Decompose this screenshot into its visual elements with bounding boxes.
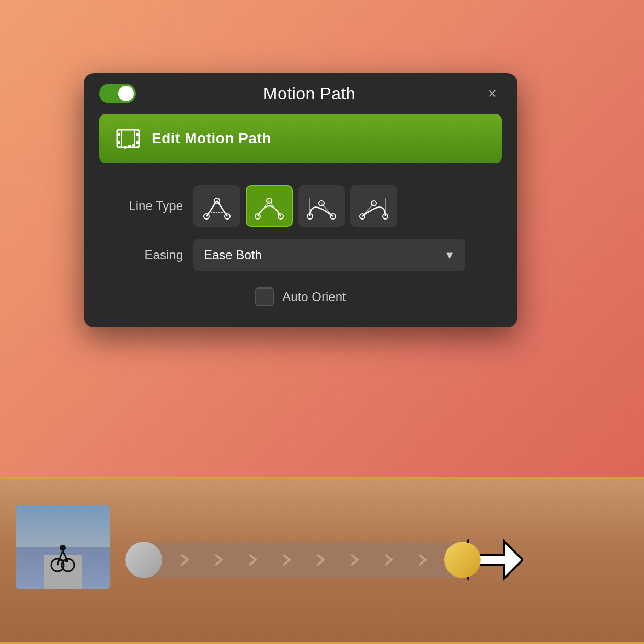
line-type-label: Line Type: [99, 199, 183, 213]
svg-line-4: [58, 560, 59, 565]
slider-progress: [162, 553, 444, 567]
easing-dropdown[interactable]: Ease Both ▼: [193, 239, 465, 271]
slider-track[interactable]: [125, 542, 481, 578]
line-type-ease-in-button[interactable]: [298, 185, 345, 227]
auto-orient-checkbox[interactable]: [255, 288, 274, 306]
chevron-icon: [381, 553, 396, 567]
timeline-strip: [0, 477, 644, 644]
svg-point-17: [124, 146, 127, 149]
film-strip-icon: [115, 125, 141, 152]
line-type-corner-button[interactable]: [193, 185, 240, 227]
line-type-ease-out-button[interactable]: [350, 185, 397, 227]
chevron-icon: [279, 553, 294, 567]
close-button[interactable]: ×: [483, 84, 502, 103]
chevron-icon: [177, 553, 192, 567]
dialog-title: Motion Path: [136, 84, 483, 104]
line-type-group: [193, 185, 397, 227]
svg-line-28: [269, 201, 281, 216]
svg-line-27: [258, 201, 269, 216]
svg-rect-11: [136, 133, 139, 136]
edit-motion-path-label: Edit Motion Path: [152, 130, 271, 147]
svg-line-3: [59, 551, 63, 560]
chevron-icon: [415, 553, 430, 567]
auto-orient-label: Auto Orient: [282, 290, 346, 304]
line-type-smooth-button[interactable]: [246, 185, 293, 227]
edit-motion-path-button[interactable]: Edit Motion Path: [99, 114, 502, 163]
dropdown-arrow-icon: ▼: [444, 249, 455, 261]
svg-rect-9: [117, 133, 120, 136]
cyclist-silhouette: [50, 542, 76, 573]
svg-point-2: [60, 545, 66, 551]
chevron-icon: [211, 553, 226, 567]
chevron-icon: [313, 553, 328, 567]
easing-row: Easing Ease Both ▼: [84, 233, 518, 277]
auto-orient-row: Auto Orient: [84, 277, 518, 306]
thumbnail-image: [16, 505, 110, 589]
line-type-smooth-icon: [254, 190, 285, 222]
slider-right-handle[interactable]: [444, 542, 481, 578]
chevron-icon: [347, 553, 362, 567]
svg-rect-10: [117, 141, 120, 144]
svg-point-15: [132, 144, 135, 147]
svg-point-16: [128, 145, 131, 148]
easing-selected-value: Ease Both: [204, 248, 262, 262]
line-type-corner-icon: [201, 190, 233, 222]
motion-path-dialog: Motion Path × Edit Motion Path Line Type: [84, 73, 518, 327]
svg-rect-12: [136, 141, 139, 144]
toggle-knob: [118, 86, 134, 101]
timeline-thumbnail: [16, 505, 110, 589]
easing-label: Easing: [99, 248, 183, 262]
dialog-header: Motion Path ×: [84, 73, 518, 114]
svg-rect-8: [117, 130, 139, 147]
line-type-row: Line Type: [84, 179, 518, 233]
chevron-icon: [245, 553, 260, 567]
line-type-ease-out-icon: [358, 190, 389, 222]
slider-left-handle[interactable]: [125, 542, 162, 578]
enable-toggle[interactable]: [99, 84, 136, 104]
line-type-ease-in-icon: [306, 190, 337, 222]
